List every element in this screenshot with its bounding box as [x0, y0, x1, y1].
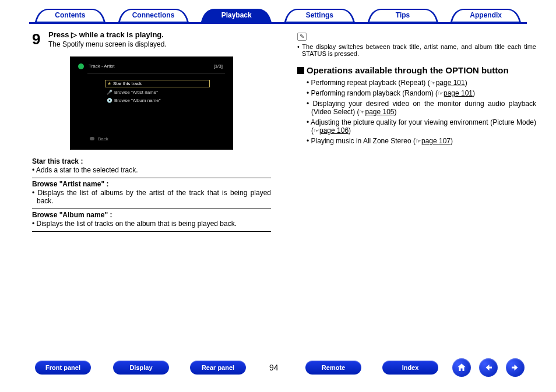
- step-number: 9: [32, 30, 48, 48]
- screen-back: Back: [90, 136, 108, 142]
- right-column: ✎ • The display switches between track t…: [297, 30, 536, 147]
- def-desc-star: • Adds a star to the selected track.: [32, 166, 271, 174]
- tab-connections[interactable]: Connections: [112, 8, 195, 22]
- tab-settings[interactable]: Settings: [279, 8, 361, 22]
- arrow-left-icon: [483, 362, 494, 373]
- play-right-icon: ▷: [71, 30, 77, 39]
- link-page-105[interactable]: page 105: [365, 108, 394, 116]
- def-term-artist: Browse "Artist name" :: [32, 178, 271, 188]
- bullet-all-zone: • Playing music in All Zone Stereo (☞pag…: [307, 137, 536, 145]
- note-text: • The display switches between track tit…: [297, 43, 536, 57]
- home-icon: [456, 362, 467, 373]
- top-tabs: Contents Connections Playback Settings T…: [29, 8, 527, 24]
- pencil-note-icon: ✎: [297, 33, 307, 41]
- bullet-picture-mode: • Adjusting the picture quality for your…: [307, 118, 536, 135]
- footer: Front panel Display Rear panel 94 Remote…: [0, 361, 556, 380]
- step-head-post: while a track is playing.: [77, 30, 164, 39]
- step-head-pre: Press: [48, 30, 71, 39]
- menu-item-album: 💿Browse "Album name": [105, 97, 210, 104]
- screen-divider: [87, 73, 225, 73]
- screen-count: [1/3]: [213, 63, 223, 69]
- section-heading: Operations available through the OPTION …: [297, 65, 536, 75]
- tab-contents[interactable]: Contents: [29, 8, 111, 22]
- bullet-random: • Performing random playback (Random) (☞…: [307, 89, 536, 97]
- def-desc-artist: • Displays the list of albums by the art…: [32, 189, 271, 205]
- display-button[interactable]: Display: [113, 361, 169, 375]
- def-desc-album: • Displays the list of tracks on the alb…: [32, 220, 271, 228]
- link-page-101b[interactable]: page 101: [444, 89, 473, 97]
- device-screenshot: Track - Artist [1/3] ★Star this track 🎤B…: [70, 56, 233, 150]
- tab-appendix[interactable]: Appendix: [445, 8, 527, 22]
- prev-button[interactable]: [479, 358, 498, 377]
- artist-icon: 🎤: [107, 90, 112, 95]
- rear-panel-button[interactable]: Rear panel: [190, 361, 246, 375]
- hand-icon: ☞: [416, 137, 421, 144]
- screen-menu: ★Star this track 🎤Browse "Artist name" 💿…: [105, 80, 210, 105]
- square-bullet-icon: [297, 67, 304, 74]
- option-bullets: • Performing repeat playback (Repeat) (☞…: [297, 79, 536, 145]
- hand-icon: ☞: [314, 127, 319, 134]
- star-icon: ★: [107, 81, 111, 86]
- home-button[interactable]: [452, 358, 471, 377]
- left-column: 9 Press ▷ while a track is playing. The …: [32, 30, 271, 232]
- screen-title: Track - Artist: [89, 63, 115, 69]
- index-button[interactable]: Index: [382, 361, 438, 375]
- hand-icon: ☞: [359, 108, 365, 115]
- step-sub: The Spotify menu screen is displayed.: [48, 40, 271, 48]
- arrow-right-icon: [510, 362, 520, 373]
- menu-item-star: ★Star this track: [105, 80, 210, 87]
- spotify-icon: [78, 63, 84, 69]
- remote-button[interactable]: Remote: [305, 361, 361, 375]
- column-end-rule: [32, 231, 271, 232]
- def-term-star: Star this track :: [32, 156, 271, 165]
- step-heading: Press ▷ while a track is playing.: [48, 30, 271, 39]
- link-page-101a[interactable]: page 101: [436, 79, 465, 87]
- menu-item-artist: 🎤Browse "Artist name": [105, 89, 210, 96]
- link-page-107[interactable]: page 107: [421, 137, 451, 145]
- page-number: 94: [269, 363, 279, 372]
- next-button[interactable]: [506, 358, 525, 377]
- tab-playback[interactable]: Playback: [195, 8, 277, 22]
- tab-tips[interactable]: Tips: [362, 8, 444, 22]
- hand-icon: ☞: [430, 79, 436, 86]
- bullet-video-select: • Displaying your desired video on the m…: [307, 100, 536, 116]
- def-term-album: Browse "Album name" :: [32, 209, 271, 219]
- album-icon: 💿: [107, 98, 112, 103]
- link-page-106[interactable]: page 106: [319, 126, 349, 135]
- front-panel-button[interactable]: Front panel: [35, 361, 91, 375]
- back-icon: [90, 137, 94, 140]
- hand-icon: ☞: [438, 90, 444, 97]
- bullet-repeat: • Performing repeat playback (Repeat) (☞…: [307, 79, 536, 87]
- definitions: Star this track : • Adds a star to the s…: [32, 156, 271, 232]
